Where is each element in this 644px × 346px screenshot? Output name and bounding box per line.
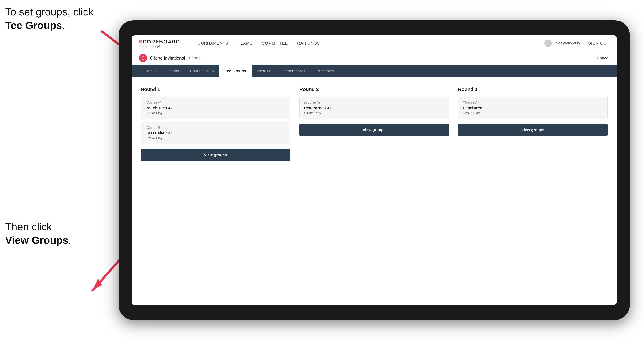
instruction-top-bold: Tee Groups xyxy=(5,19,62,31)
sub-header: C Clippd Invitational Hosting Cancel xyxy=(132,51,617,65)
tab-printables[interactable]: Printables xyxy=(311,65,340,77)
rounds-container: Round 1 (Course A) Peachtree GC Stroke P… xyxy=(141,87,608,161)
instruction-top-period: . xyxy=(62,19,65,31)
tab-teams[interactable]: Teams xyxy=(162,65,184,77)
instruction-bottom: Then click View Groups. xyxy=(5,220,71,247)
hosting-badge: Hosting xyxy=(189,56,200,60)
instruction-top-line1: To set groups, click xyxy=(5,6,93,17)
nav-teams[interactable]: TEAMS xyxy=(238,41,253,46)
round-3-course-a-format: Stroke Play xyxy=(463,111,603,115)
tab-bar: Details Teams Course Setup Tee Groups Re… xyxy=(132,65,617,77)
svg-line-2 xyxy=(92,259,120,290)
round-1-course-a-name: Peachtree GC xyxy=(146,106,286,110)
event-name: Clippd Invitational xyxy=(150,55,185,61)
round-2-course-a-label: (Course A) xyxy=(304,101,444,105)
nav-committee[interactable]: COMMITTEE xyxy=(262,41,288,46)
round-1-column: Round 1 (Course A) Peachtree GC Stroke P… xyxy=(141,87,290,161)
round-2-course-a-format: Stroke Play xyxy=(304,111,444,115)
nav-right: blair@clippd.io | Sign out xyxy=(544,40,609,47)
round-2-view-groups-button[interactable]: View groups xyxy=(300,124,449,136)
round-1-course-a-card: (Course A) Peachtree GC Stroke Play xyxy=(141,97,290,119)
round-2-title: Round 2 xyxy=(300,87,449,92)
tab-results[interactable]: Results xyxy=(252,65,276,77)
tab-details[interactable]: Details xyxy=(139,65,162,77)
round-1-course-a-label: (Course A) xyxy=(146,101,286,105)
round-3-title: Round 3 xyxy=(458,87,608,92)
tab-leaderboards[interactable]: Leaderboards xyxy=(276,65,311,77)
avatar xyxy=(544,40,552,47)
round-1-course-b-label: (Course B) xyxy=(146,126,286,130)
round-2-column: Round 2 (Course A) Peachtree GC Stroke P… xyxy=(300,87,449,161)
tab-tee-groups[interactable]: Tee Groups xyxy=(219,65,252,77)
round-1-course-b-format: Stroke Play xyxy=(146,136,286,140)
event-initial: C xyxy=(139,54,147,62)
sign-out-link[interactable]: Sign out xyxy=(588,41,609,46)
round-2-course-a-card: (Course A) Peachtree GC Stroke Play xyxy=(300,97,449,119)
top-nav: SCOREBOARD Powered by clippit TOURNAMENT… xyxy=(132,35,617,51)
round-1-course-b-name: East Lake GC xyxy=(146,131,286,136)
main-content: Round 1 (Course A) Peachtree GC Stroke P… xyxy=(132,77,617,305)
logo-area: SCOREBOARD Powered by clippit xyxy=(139,39,180,48)
tab-course-setup[interactable]: Course Setup xyxy=(184,65,219,77)
round-1-view-groups-button[interactable]: View groups xyxy=(141,149,290,161)
logo-text: SCOREBOARD xyxy=(139,39,180,45)
round-3-column: Round 3 (Course A) Peachtree GC Stroke P… xyxy=(458,87,608,161)
round-2-course-a-name: Peachtree GC xyxy=(304,106,444,110)
round-3-course-a-label: (Course A) xyxy=(463,101,603,105)
round-1-course-a-format: Stroke Play xyxy=(146,111,286,115)
round-3-course-a-card: (Course A) Peachtree GC Stroke Play xyxy=(458,97,608,119)
instruction-bottom-period: . xyxy=(68,234,71,246)
instruction-top: To set groups, click Tee Groups. xyxy=(5,5,93,32)
round-3-view-groups-button[interactable]: View groups xyxy=(458,124,608,136)
round-1-course-b-card: (Course B) East Lake GC Stroke Play xyxy=(141,122,290,144)
user-email: blair@clippd.io xyxy=(556,41,580,45)
cancel-button[interactable]: Cancel xyxy=(597,56,609,60)
instruction-bottom-line1: Then click xyxy=(5,221,52,232)
logo-s-icon: S xyxy=(139,39,143,45)
separator: | xyxy=(584,41,584,45)
nav-links: TOURNAMENTS TEAMS COMMITTEE RANKINGS xyxy=(195,41,533,46)
event-title: C Clippd Invitational Hosting xyxy=(139,54,200,62)
tablet-frame: SCOREBOARD Powered by clippit TOURNAMENT… xyxy=(118,20,630,320)
tablet-screen: SCOREBOARD Powered by clippit TOURNAMENT… xyxy=(132,35,617,305)
nav-rankings[interactable]: RANKINGS xyxy=(297,41,320,46)
round-1-title: Round 1 xyxy=(141,87,290,92)
logo-sub: Powered by clippit xyxy=(139,45,180,48)
nav-tournaments[interactable]: TOURNAMENTS xyxy=(195,41,228,46)
instruction-bottom-bold: View Groups xyxy=(5,234,68,246)
round-3-course-a-name: Peachtree GC xyxy=(463,106,603,110)
svg-marker-3 xyxy=(92,278,102,290)
